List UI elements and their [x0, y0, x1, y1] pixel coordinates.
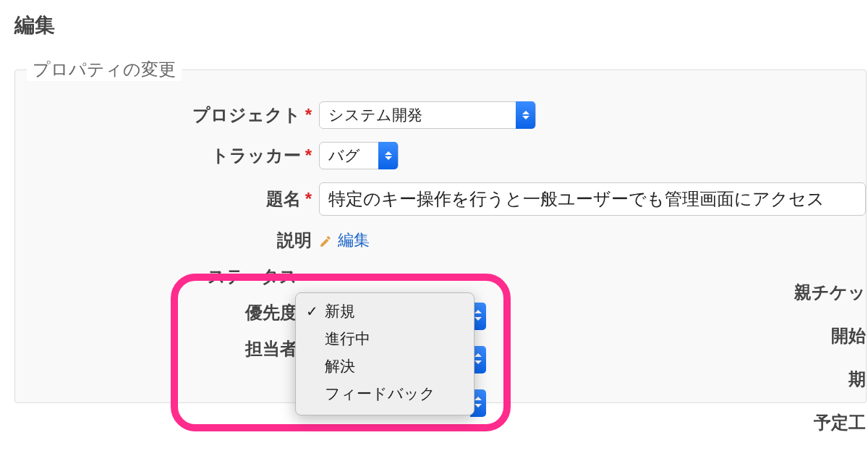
page-title: 編集	[14, 12, 868, 39]
fieldset-legend: プロパティの変更	[27, 58, 182, 81]
row-project: プロジェクト* システム開発	[15, 101, 866, 129]
description-edit-text: 編集	[338, 229, 370, 251]
dropdown-arrows-icon	[516, 101, 535, 129]
required-mark: *	[305, 145, 312, 165]
row-description: 説明 編集	[15, 229, 866, 252]
row-subject: 題名*	[15, 182, 866, 216]
required-mark: *	[305, 105, 312, 124]
pencil-icon	[319, 234, 332, 247]
label-project: プロジェクト*	[15, 104, 319, 127]
label-priority: 優先度	[15, 301, 305, 324]
tracker-select-value: バグ	[320, 145, 369, 166]
label-description: 説明	[15, 229, 319, 252]
label-assignee: 担当者	[15, 337, 305, 360]
row-tracker: トラッカー* バグ	[15, 142, 866, 169]
subject-input[interactable]	[319, 182, 866, 216]
required-mark: *	[305, 189, 312, 208]
status-option-resolved[interactable]: 解決	[296, 352, 474, 380]
label-subject: 題名*	[15, 187, 319, 211]
status-dropdown-menu: 新規 進行中 解決 フィードバック	[295, 292, 475, 415]
label-status: ステータス	[15, 265, 305, 288]
label-due-date: 期	[848, 368, 866, 391]
status-option-in-progress[interactable]: 進行中	[296, 325, 474, 352]
tracker-select[interactable]: バグ	[319, 142, 399, 169]
label-start-date: 開始	[831, 324, 866, 347]
row-status: ステータス	[15, 265, 866, 288]
label-estimated: 予定工	[814, 411, 866, 434]
dropdown-arrows-icon	[378, 142, 398, 169]
project-select-value: システム開発	[320, 105, 431, 125]
right-column-labels: 親チケッ 開始 期 予定工	[794, 281, 866, 434]
label-tracker: トラッカー*	[15, 144, 319, 167]
label-parent-ticket: 親チケッ	[794, 281, 866, 304]
project-select[interactable]: システム開発	[319, 101, 536, 129]
description-edit-link[interactable]: 編集	[319, 229, 370, 251]
status-option-new[interactable]: 新規	[296, 297, 474, 325]
status-option-feedback[interactable]: フィードバック	[296, 380, 474, 408]
